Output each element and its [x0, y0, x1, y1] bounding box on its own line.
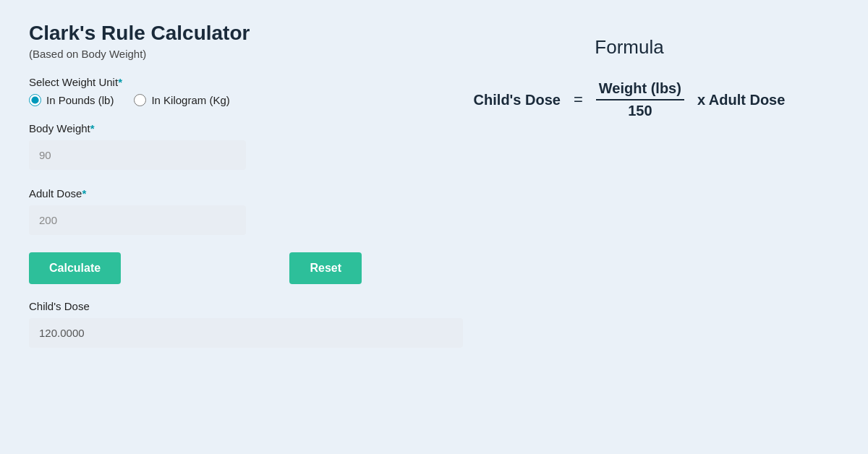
- reset-button[interactable]: Reset: [289, 252, 362, 284]
- radio-kg-label: In Kilogram (Kg): [151, 94, 229, 106]
- left-panel: Clark's Rule Calculator (Based on Body W…: [29, 22, 362, 348]
- formula-numerator: Weight (lbs): [596, 80, 684, 100]
- button-row: Calculate Reset: [29, 252, 362, 284]
- radio-kg-input[interactable]: [134, 94, 146, 106]
- adult-dose-input[interactable]: [29, 205, 246, 235]
- app-subtitle: (Based on Body Weight): [29, 48, 362, 60]
- app-title: Clark's Rule Calculator: [29, 22, 362, 45]
- calculate-button[interactable]: Calculate: [29, 252, 121, 284]
- weight-unit-radio-group: In Pounds (lb) In Kilogram (Kg): [29, 94, 362, 106]
- formula-rhs: x Adult Dose: [697, 92, 786, 108]
- formula-equals: =: [574, 90, 583, 109]
- formula-fraction: Weight (lbs) 150: [596, 80, 684, 119]
- radio-pounds-label: In Pounds (lb): [46, 94, 114, 106]
- body-weight-label: Body Weight*: [29, 122, 362, 134]
- page-container: Clark's Rule Calculator (Based on Body W…: [29, 22, 839, 348]
- adult-dose-label: Adult Dose*: [29, 187, 362, 200]
- formula-denominator: 150: [628, 100, 652, 119]
- body-weight-input[interactable]: [29, 140, 246, 170]
- right-panel: Formula Child's Dose = Weight (lbs) 150 …: [420, 22, 839, 119]
- radio-kg-option[interactable]: In Kilogram (Kg): [134, 94, 229, 106]
- formula-display: Child's Dose = Weight (lbs) 150 x Adult …: [474, 80, 786, 119]
- radio-pounds-option[interactable]: In Pounds (lb): [29, 94, 114, 106]
- radio-pounds-input[interactable]: [29, 94, 41, 106]
- body-weight-group: Body Weight*: [29, 122, 362, 173]
- result-label: Child's Dose: [29, 300, 362, 312]
- weight-unit-label: Select Weight Unit*: [29, 76, 362, 88]
- formula-title: Formula: [595, 36, 663, 59]
- result-field: [29, 318, 463, 348]
- adult-dose-group: Adult Dose*: [29, 187, 362, 238]
- formula-lhs: Child's Dose: [474, 92, 561, 108]
